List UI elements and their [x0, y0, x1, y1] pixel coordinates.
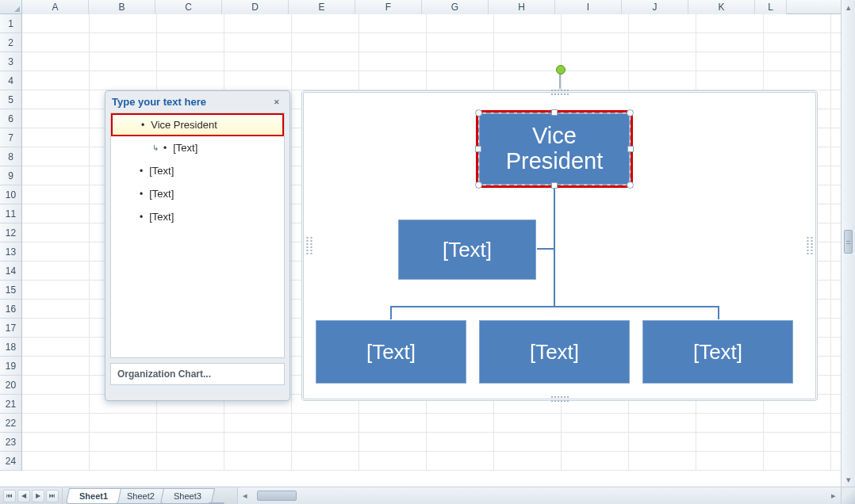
bullet-icon: • [141, 120, 144, 131]
vertical-scrollbar[interactable]: ▴ ▾ [841, 0, 855, 487]
outline-item[interactable]: •[Text] [111, 159, 284, 182]
connector-line [390, 306, 392, 320]
resize-handle[interactable] [475, 146, 481, 152]
column-header-row: ABCDEFGHIJKL [0, 0, 855, 14]
org-node-child-1[interactable]: [Text] [315, 319, 467, 384]
resize-handle[interactable] [627, 109, 634, 116]
sheet-tab-nav: ⏮ ◀ ▶ ⏭ [0, 487, 63, 504]
column-header[interactable]: G [422, 0, 489, 14]
scroll-thumb[interactable] [257, 491, 297, 501]
sheet-tab[interactable]: Sheet3 [160, 488, 215, 504]
column-header[interactable]: D [222, 0, 289, 14]
row-header[interactable]: 1 [0, 14, 22, 33]
smartart-frame[interactable]: Vice President [Text] [Text] [Text] [Tex… [301, 90, 818, 401]
column-header[interactable]: B [89, 0, 155, 14]
tab-nav-first-icon[interactable]: ⏮ [3, 490, 16, 502]
resize-handle[interactable] [627, 146, 634, 152]
column-header[interactable]: I [555, 0, 622, 14]
org-node-child-2[interactable]: [Text] [478, 319, 631, 384]
row-header[interactable]: 18 [0, 338, 22, 357]
outline-item[interactable]: •[Text] [111, 182, 284, 205]
column-header[interactable]: A [22, 0, 89, 14]
row-header[interactable]: 5 [0, 90, 22, 109]
sheet-tabs: Sheet1Sheet2Sheet3 [63, 487, 224, 504]
row-header[interactable]: 12 [0, 223, 22, 242]
resize-handle[interactable] [475, 181, 482, 189]
connector-line [554, 185, 555, 306]
row-header[interactable]: 22 [0, 414, 22, 433]
scroll-left-icon[interactable]: ◂ [238, 487, 252, 504]
row-header-col: 123456789101112131415161718192021222324 [0, 14, 22, 471]
text-pane-footer[interactable]: Organization Chart... [110, 363, 285, 385]
row-header[interactable]: 2 [0, 33, 22, 52]
sheet-tab-label: Sheet2 [127, 491, 155, 501]
row-header[interactable]: 17 [0, 319, 22, 338]
resize-handle[interactable] [475, 109, 482, 116]
row-header[interactable]: 6 [0, 109, 22, 128]
scroll-right-icon[interactable]: ▸ [826, 487, 841, 504]
tab-nav-last-icon[interactable]: ⏭ [46, 490, 59, 502]
org-node-child-1-label: [Text] [366, 341, 416, 364]
row-header[interactable]: 4 [0, 71, 22, 90]
row-header[interactable]: 20 [0, 376, 22, 395]
outline-item[interactable]: •[Text] [111, 205, 284, 228]
row-header[interactable]: 3 [0, 52, 22, 71]
org-node-child-3[interactable]: [Text] [642, 319, 794, 384]
text-pane-header: Type your text here ✕ [105, 91, 289, 113]
column-header[interactable]: E [289, 0, 355, 14]
sheet-tab[interactable]: Sheet1 [66, 488, 121, 504]
row-header[interactable]: 14 [0, 262, 22, 281]
column-header[interactable]: K [688, 0, 755, 14]
row-header[interactable]: 7 [0, 128, 22, 147]
row-header[interactable]: 19 [0, 357, 22, 376]
resize-handle[interactable] [551, 109, 558, 116]
org-node-assistant[interactable]: [Text] [397, 219, 537, 281]
row-header[interactable]: 13 [0, 242, 22, 262]
rotate-handle[interactable] [559, 73, 561, 89]
outline-item[interactable]: •Vice President [111, 113, 284, 136]
close-icon[interactable]: ✕ [270, 97, 283, 108]
row-header[interactable]: 10 [0, 185, 22, 204]
row-header[interactable]: 15 [0, 281, 22, 300]
tab-nav-prev-icon[interactable]: ◀ [17, 490, 30, 502]
row-header[interactable]: 16 [0, 300, 22, 319]
org-node-top[interactable]: Vice President [478, 113, 631, 185]
column-header[interactable]: H [489, 0, 555, 14]
outline-item-label: Vice President [151, 119, 217, 131]
row-header[interactable]: 8 [0, 147, 22, 166]
connector-line [718, 306, 719, 320]
column-header[interactable]: J [622, 0, 688, 14]
bullet-icon: • [140, 166, 143, 177]
bullet-icon: • [140, 189, 143, 200]
row-header[interactable]: 9 [0, 166, 22, 185]
tab-nav-next-icon[interactable]: ▶ [32, 490, 44, 502]
horizontal-scrollbar[interactable]: ◂ ▸ [237, 487, 841, 504]
column-header[interactable]: L [755, 0, 787, 14]
resize-grip[interactable] [841, 487, 855, 504]
resize-handle[interactable] [551, 182, 558, 189]
outline-item-label: [Text] [149, 165, 174, 177]
outline-item[interactable]: ↳•[Text] [111, 136, 284, 159]
scroll-thumb[interactable] [844, 230, 853, 254]
scroll-up-icon[interactable]: ▴ [842, 0, 855, 14]
sheet-tab-strip: ⏮ ◀ ▶ ⏭ Sheet1Sheet2Sheet3 ◂ ▸ [0, 487, 841, 504]
select-all-corner[interactable] [0, 0, 22, 14]
org-node-top-label: Vice President [506, 124, 604, 174]
sheet-tab-label: Sheet3 [174, 491, 201, 501]
row-header[interactable]: 21 [0, 395, 22, 414]
org-node-child-3-label: [Text] [693, 341, 742, 364]
resize-handle[interactable] [627, 181, 634, 189]
smartart-text-pane[interactable]: Type your text here ✕ •Vice President↳•[… [105, 90, 290, 401]
outline-item-label: [Text] [173, 142, 197, 154]
row-header[interactable]: 23 [0, 433, 22, 452]
column-header[interactable]: C [155, 0, 222, 14]
sub-arrow-icon: ↳ [152, 143, 159, 152]
connector-line [390, 306, 719, 307]
row-header[interactable]: 24 [0, 452, 22, 471]
sheet-tab-label: Sheet1 [79, 491, 108, 501]
row-header[interactable]: 11 [0, 204, 22, 223]
scroll-down-icon[interactable]: ▾ [842, 472, 855, 487]
column-header[interactable]: F [355, 0, 422, 14]
text-pane-body[interactable]: •Vice President↳•[Text]•[Text]•[Text]•[T… [110, 113, 285, 358]
org-node-assistant-label: [Text] [443, 239, 492, 262]
